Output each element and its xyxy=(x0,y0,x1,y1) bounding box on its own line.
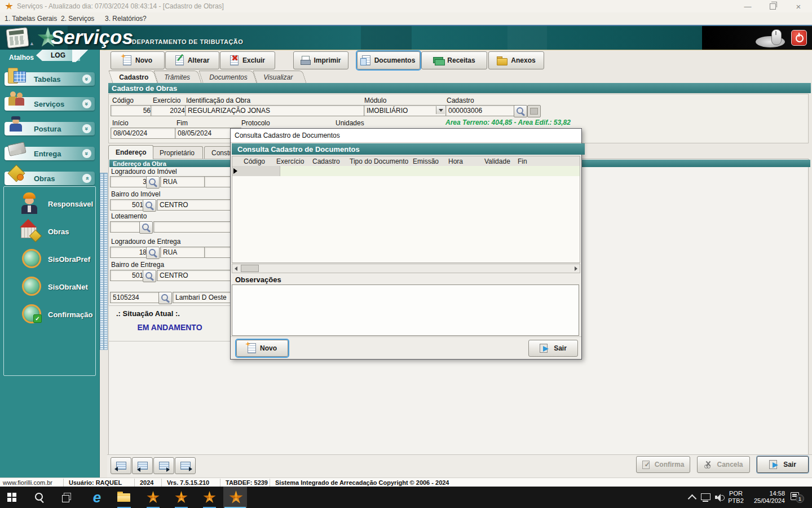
bairro-entrega-cod-field[interactable]: 501 xyxy=(110,270,146,281)
grid-selected-row[interactable] xyxy=(232,166,580,176)
excluir-button[interactable]: Excluir xyxy=(220,51,275,69)
sair-button[interactable]: Sair xyxy=(757,456,809,473)
record-last-button[interactable] xyxy=(175,457,196,474)
taskbar-search-icon[interactable] xyxy=(35,493,44,502)
anexos-button[interactable]: Anexos xyxy=(488,51,544,69)
sidebar-item-sisobranet[interactable]: SisObraNet xyxy=(12,274,96,299)
exercicio-field[interactable]: 2024 xyxy=(151,105,188,116)
menu-servicos[interactable]: 2. Serviços xyxy=(61,15,94,23)
restore-button[interactable] xyxy=(761,1,784,12)
cadastro-field[interactable]: 000003006 xyxy=(445,105,518,116)
sidebar-item-sisobrapref[interactable]: SisObraPref xyxy=(12,247,96,271)
subtab-proprietario[interactable]: Proprietário xyxy=(152,146,203,159)
bairro-entrega-search-button[interactable] xyxy=(143,270,156,282)
sidebar-section-tabelas[interactable]: Tabelas » xyxy=(5,72,95,86)
close-button[interactable]: × xyxy=(787,1,810,12)
novo-button[interactable]: Novo xyxy=(111,51,165,69)
menu-tabelas-gerais[interactable]: 1. Tabelas Gerais xyxy=(5,15,57,23)
col-cadastro[interactable]: Cadastro xyxy=(312,157,340,165)
dialog-novo-button[interactable]: Novo xyxy=(236,340,288,357)
logradouro-imovel-cod-field[interactable]: 3 xyxy=(110,176,149,187)
tab-documentos[interactable]: Documentos xyxy=(198,71,257,83)
sidebar-item-confirmacao[interactable]: ✓ Confirmação xyxy=(12,302,96,327)
documentos-button[interactable]: Documentos xyxy=(357,51,420,69)
dialog-sair-button[interactable]: Sair xyxy=(528,340,578,357)
loteamento-search-button[interactable] xyxy=(139,221,153,234)
record-prev-button[interactable] xyxy=(132,457,153,474)
cadastro-search-button[interactable] xyxy=(514,105,527,117)
tab-tramites[interactable]: Trâmites xyxy=(153,71,201,83)
scroll-left-icon[interactable] xyxy=(235,266,237,271)
logradouro-entrega-cod-field[interactable]: 18 xyxy=(110,247,149,258)
chevron-down-icon[interactable]: » xyxy=(82,149,91,158)
fiorilli-app-icon-1[interactable] xyxy=(147,491,160,504)
sidebar-section-postura[interactable]: Postura » xyxy=(5,122,95,135)
imprimir-button[interactable]: Imprimir xyxy=(293,51,348,69)
col-validade[interactable]: Validade xyxy=(484,157,510,165)
notification-icon[interactable]: 1 xyxy=(791,492,803,502)
menu-relatorios[interactable]: 3. Relatórios xyxy=(105,15,143,23)
cadastro-photo-button[interactable] xyxy=(527,105,541,117)
cancela-button[interactable]: Cancela xyxy=(697,456,750,473)
splitter-scrollbar-right[interactable] xyxy=(104,173,108,350)
power-button[interactable] xyxy=(791,30,807,46)
clock[interactable]: 14:58 25/04/2024 xyxy=(748,490,785,505)
grid-hscrollbar[interactable] xyxy=(232,264,580,273)
col-tipo-documento[interactable]: Tipo do Documento xyxy=(350,157,408,165)
sidebar-section-obras[interactable]: Obras » xyxy=(5,172,95,185)
cidade-cod-field[interactable]: 5105234 xyxy=(110,292,162,303)
logradouro-entrega-search-button[interactable] xyxy=(146,247,160,259)
alterar-button[interactable]: Alterar xyxy=(165,51,219,69)
inicio-field[interactable]: 08/04/2024 xyxy=(111,128,177,139)
scroll-thumb[interactable] xyxy=(241,265,259,272)
bairro-imovel-cod-field[interactable]: 501 xyxy=(110,199,146,211)
tray-chevron-icon[interactable] xyxy=(688,494,697,503)
subtab-endereco[interactable]: Endereço xyxy=(108,145,153,159)
record-next-button[interactable] xyxy=(153,457,174,474)
bairro-imovel-search-button[interactable] xyxy=(143,199,156,212)
minimize-button[interactable]: — xyxy=(736,1,759,12)
record-first-button[interactable] xyxy=(111,457,131,474)
logradouro-entrega-tipo-field[interactable]: RUA xyxy=(160,247,208,258)
splitter-scrollbar-left[interactable] xyxy=(100,173,104,350)
col-exercicio[interactable]: Exercício xyxy=(276,157,304,165)
sidebar-item-obras[interactable]: Obras xyxy=(12,219,96,244)
col-fin[interactable]: Fin xyxy=(518,157,527,165)
bairro-imovel-field[interactable]: CENTRO xyxy=(157,199,236,211)
observacoes-textarea[interactable] xyxy=(232,284,579,336)
codigo-field[interactable]: 56 xyxy=(111,105,153,116)
task-view-icon[interactable] xyxy=(62,493,71,502)
logradouro-imovel-tipo-field[interactable]: RUA xyxy=(160,176,208,187)
chevron-down-icon[interactable]: » xyxy=(82,124,91,133)
sidebar-item-responsavel[interactable]: Responsável xyxy=(12,191,96,216)
cidade-field[interactable]: Lambari D Oeste xyxy=(173,292,236,303)
scroll-right-icon[interactable] xyxy=(575,266,577,271)
chevron-up-icon[interactable]: » xyxy=(82,174,91,183)
col-codigo[interactable]: Código xyxy=(244,157,265,165)
sidebar-section-servicos[interactable]: Serviços » xyxy=(5,97,95,111)
modulo-select[interactable]: IMOBILIÁRIO xyxy=(364,105,446,116)
file-explorer-icon[interactable] xyxy=(117,492,131,502)
fiorilli-app-icon-3[interactable] xyxy=(203,491,216,504)
col-hora[interactable]: Hora xyxy=(448,157,463,165)
loteamento-cod-field[interactable] xyxy=(110,221,143,233)
fiorilli-app-icon-2[interactable] xyxy=(175,491,188,504)
confirma-button[interactable]: ✓ Confirma xyxy=(636,456,690,473)
network-icon[interactable] xyxy=(701,493,710,501)
tab-visualizar[interactable]: Visualizar xyxy=(253,71,306,83)
dialog-titlebar[interactable]: Consulta Cadastro de Documentos xyxy=(231,129,581,143)
col-emissao[interactable]: Emissão xyxy=(413,157,439,165)
start-button[interactable] xyxy=(7,493,16,502)
cidade-search-button[interactable] xyxy=(158,292,172,304)
menu-help[interactable]: ? xyxy=(143,15,147,23)
internet-explorer-icon[interactable]: e xyxy=(89,489,105,506)
modulo-dropdown-icon[interactable] xyxy=(436,106,445,114)
chevron-down-icon[interactable]: » xyxy=(82,99,91,108)
receitas-button[interactable]: Receitas xyxy=(421,51,487,69)
documentos-grid[interactable]: Código Exercício Cadastro Tipo do Docume… xyxy=(232,156,580,263)
language-indicator[interactable]: POR PTB2 xyxy=(726,490,745,505)
chevron-down-icon[interactable]: » xyxy=(82,75,91,84)
logradouro-imovel-search-button[interactable] xyxy=(146,176,160,189)
identificacao-field[interactable]: REGULARIZAÇÃO JONAS xyxy=(185,105,365,116)
tab-cadastro[interactable]: Cadastro xyxy=(108,71,157,83)
